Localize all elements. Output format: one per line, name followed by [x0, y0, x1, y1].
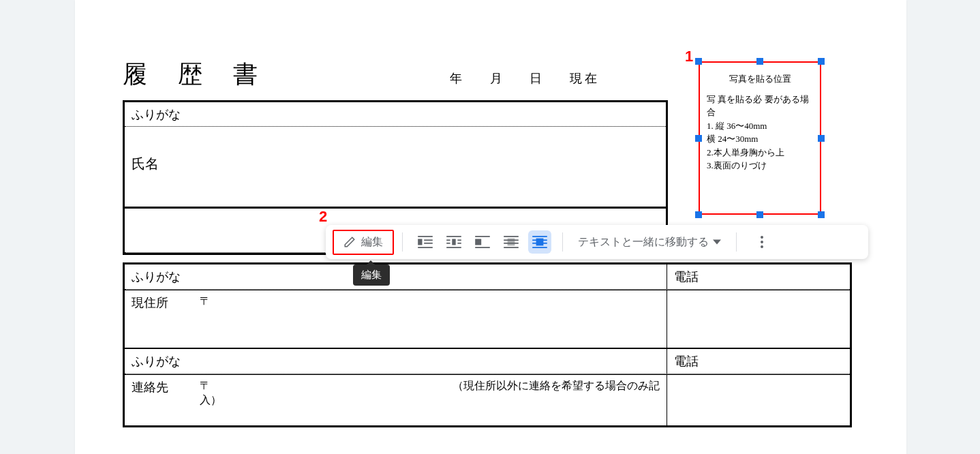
svg-rect-9	[446, 243, 450, 244]
svg-rect-13	[475, 239, 481, 245]
svg-rect-12	[475, 236, 490, 237]
pencil-icon	[343, 236, 356, 248]
svg-point-26	[761, 241, 763, 243]
image-options-toolbar: 編集 テキストと一緒に移動する	[326, 225, 868, 259]
wrap-break-icon	[475, 236, 490, 248]
svg-rect-2	[424, 239, 433, 241]
date-day: 日	[530, 72, 545, 85]
resize-handle-top-middle[interactable]	[756, 58, 763, 65]
postal-mark-1: 〒	[200, 294, 211, 344]
tel-empty-3	[667, 375, 850, 425]
current-address-row: 現住所 〒	[125, 290, 850, 348]
photo-line-0: 写 真を貼る必 要がある場合	[704, 93, 816, 119]
tel-cell-3: 電話	[667, 349, 850, 374]
address-cell: 現住所 〒	[125, 290, 667, 348]
contact-row: 連絡先 〒入） （現住所以外に連絡を希望する場合のみ記	[125, 374, 850, 425]
svg-rect-16	[508, 239, 515, 246]
name-row: 氏名	[125, 127, 666, 209]
furigana-row-1: ふりがな	[125, 102, 666, 127]
resize-handle-bottom-middle[interactable]	[756, 211, 763, 218]
svg-rect-10	[457, 243, 461, 244]
date-current: 現在	[570, 72, 600, 85]
edit-tooltip: 編集	[353, 264, 390, 286]
svg-rect-0	[418, 236, 433, 237]
address-furigana-row: ふりがな 電話	[125, 262, 850, 290]
contact-furigana-row: ふりがな 電話	[125, 348, 850, 374]
furigana-cell-2: ふりがな	[125, 264, 667, 289]
contact-label: 連絡先	[132, 379, 168, 421]
wrap-inline-icon	[418, 236, 433, 248]
edit-button[interactable]: 編集	[333, 230, 394, 255]
svg-rect-11	[446, 247, 461, 248]
contact-note: （現住所以外に連絡を希望する場合のみ記	[453, 379, 660, 421]
resize-handle-top-left[interactable]	[695, 58, 702, 65]
postal-mark-2: 〒入）	[200, 379, 221, 421]
toolbar-separator-3	[736, 232, 737, 252]
svg-rect-8	[457, 239, 461, 241]
resize-handle-bottom-left[interactable]	[695, 211, 702, 218]
photo-placeholder-content: 写真を貼る位置 写 真を貼る必 要がある場合 1. 縦 36〜40mm 横 24…	[699, 61, 821, 215]
resize-handle-top-right[interactable]	[818, 58, 825, 65]
photo-placeholder-selected[interactable]: 写真を貼る位置 写 真を貼る必 要がある場合 1. 縦 36〜40mm 横 24…	[699, 61, 821, 215]
address-label: 現住所	[132, 294, 168, 344]
edit-button-label: 編集	[361, 235, 383, 249]
svg-rect-17	[504, 239, 519, 241]
svg-rect-6	[446, 239, 450, 241]
svg-rect-14	[475, 247, 490, 248]
date-month: 月	[490, 72, 505, 85]
tel-cell-2: 電話	[667, 264, 850, 289]
annotation-marker-2: 2	[319, 208, 327, 226]
toolbar-separator-1	[402, 232, 403, 252]
svg-rect-24	[532, 247, 547, 248]
wrap-break-button[interactable]	[471, 230, 494, 254]
chevron-down-icon[interactable]	[713, 238, 721, 246]
svg-rect-20	[532, 236, 547, 237]
resume-address-table: ふりがな 電話 現住所 〒 ふりがな 電話 連絡先 〒入） （現住所以外に連絡を…	[123, 262, 852, 427]
wrap-front-button[interactable]	[528, 230, 551, 254]
photo-title: 写真を貼る位置	[704, 72, 816, 86]
svg-rect-4	[418, 247, 433, 248]
photo-line-1: 1. 縦 36〜40mm	[704, 119, 816, 133]
svg-rect-3	[424, 243, 433, 244]
furigana-cell-3: ふりがな	[125, 349, 667, 374]
toolbar-separator-2	[562, 232, 563, 252]
wrap-text-button[interactable]	[442, 230, 465, 254]
svg-rect-7	[452, 239, 455, 245]
wrap-mode-label[interactable]: テキストと一緒に移動する	[578, 235, 709, 249]
tel-empty-2	[667, 290, 850, 348]
resize-handle-bottom-right[interactable]	[818, 211, 825, 218]
svg-rect-15	[504, 236, 519, 237]
wrap-inline-button[interactable]	[414, 230, 437, 254]
photo-line-4: 3.裏面のりづけ	[704, 159, 816, 172]
contact-cell: 連絡先 〒入） （現住所以外に連絡を希望する場合のみ記	[125, 375, 667, 425]
resize-handle-middle-left[interactable]	[695, 135, 702, 142]
svg-point-27	[761, 245, 763, 248]
wrap-text-icon	[446, 236, 461, 248]
annotation-marker-1: 1	[685, 48, 693, 65]
wrap-front-icon	[532, 236, 547, 248]
more-options-button[interactable]	[750, 230, 774, 254]
more-vertical-icon	[761, 236, 763, 248]
name-label: 氏名	[132, 155, 159, 173]
photo-line-3: 2.本人単身胸から上	[704, 146, 816, 160]
svg-rect-23	[536, 239, 544, 246]
date-row: 年 月 日 現在	[450, 70, 619, 87]
wrap-behind-icon	[504, 236, 519, 248]
svg-rect-5	[446, 236, 461, 237]
wrap-behind-button[interactable]	[500, 230, 523, 254]
svg-rect-19	[504, 247, 519, 248]
svg-point-25	[761, 236, 763, 239]
photo-line-2: 横 24〜30mm	[704, 132, 816, 146]
svg-rect-18	[504, 243, 519, 244]
svg-rect-1	[418, 239, 422, 245]
resize-handle-middle-right[interactable]	[818, 135, 825, 142]
date-year: 年	[450, 72, 465, 85]
